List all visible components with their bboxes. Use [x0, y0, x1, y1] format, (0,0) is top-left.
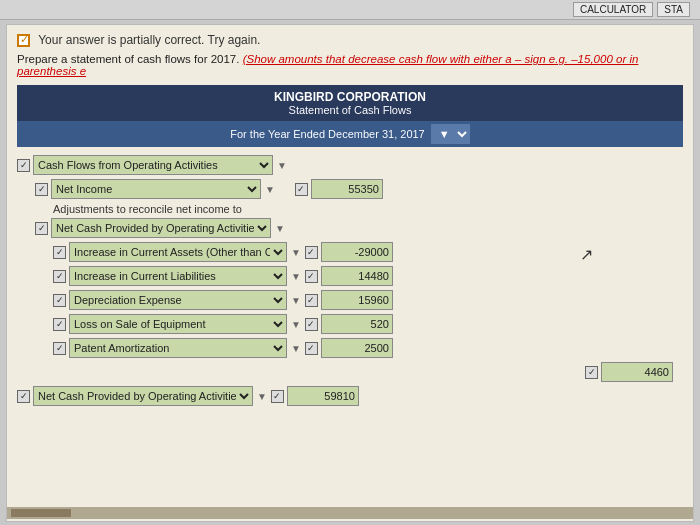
net-cash-final-dropdown[interactable]: Net Cash Provided by Operating Activitie… — [33, 386, 253, 406]
section1-checkbox[interactable]: ✓ — [17, 159, 30, 172]
patent-dropdown[interactable]: Patent Amortization — [69, 338, 287, 358]
depreciation-arrow: ▼ — [291, 295, 301, 306]
depreciation-value[interactable] — [321, 290, 393, 310]
net-cash-arrow: ▼ — [275, 223, 285, 234]
depreciation-checkbox[interactable]: ✓ — [53, 294, 66, 307]
loss-sale-arrow: ▼ — [291, 319, 301, 330]
net-cash-final-arrow: ▼ — [257, 391, 267, 402]
increase-liab-checkbox[interactable]: ✓ — [53, 270, 66, 283]
increase-liab-val-checkbox[interactable]: ✓ — [305, 270, 318, 283]
subtotal-row: ✓ — [17, 362, 683, 382]
section1-row: ✓ Cash Flows from Operating Activities ▼ — [17, 155, 683, 175]
section1-dropdown[interactable]: Cash Flows from Operating Activities — [33, 155, 273, 175]
net-cash-final-val-checkbox[interactable]: ✓ — [271, 390, 284, 403]
bottom-bar — [7, 507, 693, 519]
loss-sale-value[interactable] — [321, 314, 393, 334]
company-header: KINGBIRD CORPORATION Statement of Cash F… — [17, 85, 683, 121]
net-income-row: ✓ Net Income ▼ ✓ — [17, 179, 683, 199]
net-cash-final-checkbox[interactable]: ✓ — [17, 390, 30, 403]
increase-assets-value[interactable] — [321, 242, 393, 262]
loss-sale-row: ✓ Loss on Sale of Equipment ▼ ✓ — [17, 314, 683, 334]
increase-assets-dropdown[interactable]: Increase in Current Assets (Other than C… — [69, 242, 287, 262]
sta-button[interactable]: STA — [657, 2, 690, 17]
increase-assets-arrow: ▼ — [291, 247, 301, 258]
date-dropdown[interactable]: ▼ — [431, 124, 470, 144]
patent-val-checkbox[interactable]: ✓ — [305, 342, 318, 355]
top-bar: CALCULATOR STA — [0, 0, 700, 20]
adjustments-label: Adjustments to reconcile net income to — [35, 203, 683, 215]
net-income-value[interactable] — [311, 179, 383, 199]
partial-icon — [17, 34, 30, 47]
net-income-arrow: ▼ — [265, 184, 275, 195]
subtotal-value[interactable] — [601, 362, 673, 382]
alert-message: Your answer is partially correct. Try ag… — [38, 33, 260, 47]
depreciation-row: ✓ Depreciation Expense ▼ ✓ — [17, 290, 683, 310]
cursor-indicator: ↗ — [580, 245, 593, 264]
company-subtitle: Statement of Cash Flows — [25, 104, 675, 116]
depreciation-val-checkbox[interactable]: ✓ — [305, 294, 318, 307]
date-label: For the Year Ended December 31, 2017 — [230, 128, 424, 140]
patent-checkbox[interactable]: ✓ — [53, 342, 66, 355]
section1-arrow: ▼ — [277, 160, 287, 171]
net-cash-provided-checkbox[interactable]: ✓ — [35, 222, 48, 235]
net-cash-provided-row: ✓ Net Cash Provided by Operating Activit… — [17, 218, 683, 238]
patent-row: ✓ Patent Amortization ▼ ✓ — [17, 338, 683, 358]
company-name: KINGBIRD CORPORATION — [25, 90, 675, 104]
increase-assets-checkbox[interactable]: ✓ — [53, 246, 66, 259]
increase-liab-value[interactable] — [321, 266, 393, 286]
patent-value[interactable] — [321, 338, 393, 358]
increase-liab-row: ✓ Increase in Current Liabilities ▼ ✓ — [17, 266, 683, 286]
instruction-row: Prepare a statement of cash flows for 20… — [17, 53, 683, 77]
subtotal-checkbox[interactable]: ✓ — [585, 366, 598, 379]
depreciation-dropdown[interactable]: Depreciation Expense — [69, 290, 287, 310]
increase-liab-dropdown[interactable]: Increase in Current Liabilities — [69, 266, 287, 286]
main-content: Your answer is partially correct. Try ag… — [6, 24, 694, 522]
increase-assets-val-checkbox[interactable]: ✓ — [305, 246, 318, 259]
net-cash-final-row: ✓ Net Cash Provided by Operating Activit… — [17, 386, 683, 406]
net-income-checkbox[interactable]: ✓ — [35, 183, 48, 196]
loss-sale-dropdown[interactable]: Loss on Sale of Equipment — [69, 314, 287, 334]
bottom-bar-inner — [11, 509, 71, 517]
alert-row: Your answer is partially correct. Try ag… — [17, 33, 683, 47]
increase-liab-arrow: ▼ — [291, 271, 301, 282]
instruction-prefix: Prepare a statement of cash flows for 20… — [17, 53, 243, 65]
calculator-button[interactable]: CALCULATOR — [573, 2, 653, 17]
net-income-val-checkbox[interactable]: ✓ — [295, 183, 308, 196]
net-cash-final-value[interactable] — [287, 386, 359, 406]
loss-sale-val-checkbox[interactable]: ✓ — [305, 318, 318, 331]
net-income-dropdown[interactable]: Net Income — [51, 179, 261, 199]
loss-sale-checkbox[interactable]: ✓ — [53, 318, 66, 331]
net-cash-provided-dropdown[interactable]: Net Cash Provided by Operating Activitie… — [51, 218, 271, 238]
patent-arrow: ▼ — [291, 343, 301, 354]
date-row: For the Year Ended December 31, 2017 ▼ — [17, 121, 683, 147]
